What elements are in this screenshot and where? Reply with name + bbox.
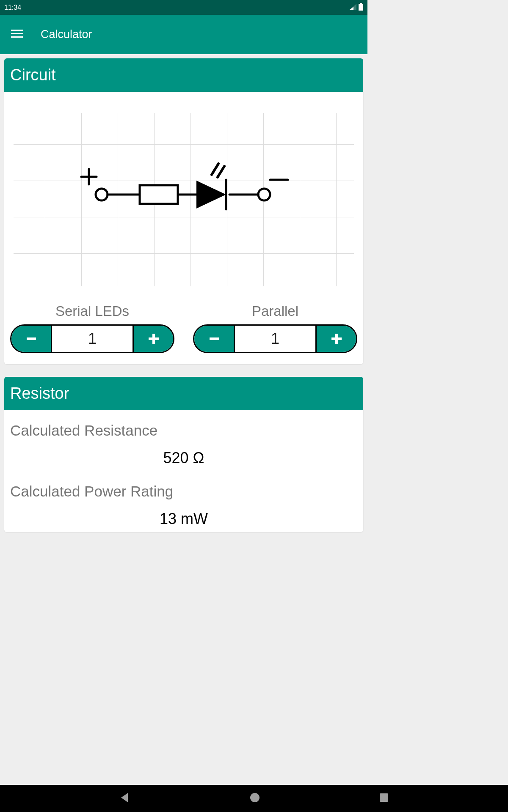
parallel-label: Parallel: [193, 303, 357, 319]
resistance-value: 520 Ω: [4, 443, 363, 471]
parallel-increment-button[interactable]: [315, 326, 356, 352]
svg-rect-17: [27, 337, 36, 340]
circuit-diagram: [14, 113, 354, 286]
svg-rect-3: [11, 33, 23, 34]
resistor-card: Resistor Calculated Resistance 520 Ω Cal…: [4, 377, 363, 532]
serial-leds-decrement-button[interactable]: [11, 326, 52, 352]
plus-icon: [149, 334, 159, 344]
serial-leds-label: Serial LEDs: [10, 303, 174, 319]
svg-rect-0: [359, 4, 363, 11]
svg-line-15: [212, 164, 218, 175]
parallel-control: Parallel 1: [193, 303, 357, 353]
svg-line-16: [218, 166, 224, 177]
status-time: 11:34: [4, 4, 21, 11]
svg-rect-22: [331, 337, 342, 340]
resistor-card-title: Resistor: [4, 377, 363, 410]
serial-leds-control: Serial LEDs 1: [10, 303, 174, 353]
content-area: Circuit: [0, 54, 367, 549]
svg-rect-2: [11, 30, 23, 31]
parallel-stepper: 1: [193, 324, 357, 353]
svg-rect-20: [210, 337, 219, 340]
power-value: 13 mW: [4, 504, 363, 532]
battery-icon: [359, 3, 363, 12]
minus-icon: [27, 337, 36, 340]
minus-icon: [210, 337, 219, 340]
menu-icon[interactable]: [11, 30, 23, 40]
resistance-label: Calculated Resistance: [4, 410, 363, 443]
parallel-decrement-button[interactable]: [194, 326, 235, 352]
serial-leds-increment-button[interactable]: [133, 326, 173, 352]
plus-icon: [331, 334, 342, 344]
circuit-card: Circuit: [4, 58, 363, 364]
app-bar: Calculator: [0, 15, 367, 54]
signal-icon: [349, 3, 357, 12]
svg-rect-1: [360, 3, 362, 4]
page-title: Calculator: [41, 28, 92, 41]
serial-leds-stepper: 1: [10, 324, 174, 353]
svg-rect-13: [140, 185, 178, 204]
svg-point-8: [96, 189, 108, 200]
circuit-card-title: Circuit: [4, 58, 363, 92]
power-label: Calculated Power Rating: [4, 471, 363, 504]
circuit-schematic-icon: [14, 113, 354, 286]
svg-rect-19: [149, 337, 159, 340]
svg-point-9: [258, 189, 270, 200]
status-bar: 11:34: [0, 0, 367, 15]
svg-rect-4: [11, 36, 23, 38]
serial-leds-value[interactable]: 1: [52, 326, 133, 352]
parallel-value[interactable]: 1: [235, 326, 315, 352]
